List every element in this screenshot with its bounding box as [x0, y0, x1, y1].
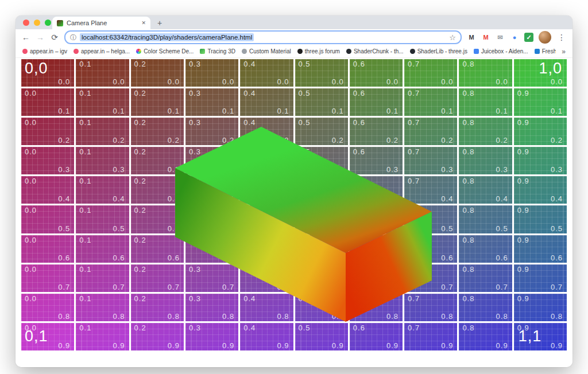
- mail-checker-icon[interactable]: ✉: [496, 33, 505, 42]
- url-text[interactable]: localhost:63342/tracing3D/play/shaders/c…: [80, 33, 254, 41]
- browser-menu-icon[interactable]: ⋮: [556, 33, 567, 42]
- bookmark-label: FreshBooks: [542, 48, 556, 54]
- bookmark-label: Tracing 3D: [207, 48, 235, 54]
- markdown-viewer-icon[interactable]: M: [467, 33, 476, 42]
- bookmark-label: Custom Material: [249, 48, 291, 54]
- desktop-background: Camera Plane ✕ + ← → ⟳ ⓘ localhost:63342…: [0, 0, 588, 374]
- bookmark-item[interactable]: appear.in – helga...: [74, 48, 130, 54]
- bookmark-item[interactable]: Color Scheme De...: [136, 48, 194, 54]
- close-window-button[interactable]: [23, 20, 29, 26]
- page-content: 0.00,00.10.00.20.00.30.00.40.00.50.00.60…: [16, 58, 572, 367]
- close-tab-icon[interactable]: ✕: [141, 20, 146, 26]
- juicebox-icon: [474, 49, 479, 54]
- forward-button[interactable]: →: [36, 33, 45, 42]
- bookmark-item[interactable]: ShaderChunk - th...: [346, 48, 404, 54]
- back-button[interactable]: ←: [21, 33, 30, 42]
- page-info-icon[interactable]: ⓘ: [70, 33, 76, 42]
- github-icon: [410, 49, 415, 54]
- color-wheel-icon: [136, 49, 141, 54]
- bookmark-item[interactable]: Custom Material: [242, 48, 291, 54]
- bookmark-item[interactable]: three.js forum: [297, 48, 340, 54]
- session-manager-icon[interactable]: ●: [510, 33, 519, 42]
- tab-strip: Camera Plane ✕ +: [16, 15, 572, 29]
- bookmark-item[interactable]: Tracing 3D: [200, 48, 235, 54]
- custom-material-icon: [242, 49, 247, 54]
- bookmark-label: ShaderChunk - th...: [354, 48, 404, 54]
- bookmark-label: appear.in – igv: [30, 48, 67, 54]
- bookmark-item[interactable]: ShaderLib - three.js: [410, 48, 467, 54]
- profile-avatar[interactable]: [539, 31, 551, 44]
- reload-button[interactable]: ⟳: [50, 33, 59, 42]
- tab-title: Camera Plane: [67, 20, 138, 26]
- bookmark-star-icon[interactable]: ☆: [449, 33, 456, 42]
- appearin-icon: [74, 49, 79, 54]
- bookmarks-bar: appear.in – igvappear.in – helga...Color…: [16, 45, 572, 58]
- bookmark-label: appear.in – helga...: [81, 48, 130, 54]
- browser-window: Camera Plane ✕ + ← → ⟳ ⓘ localhost:63342…: [16, 15, 572, 367]
- tab-camera-plane[interactable]: Camera Plane ✕: [52, 17, 150, 29]
- bookmarks-list: appear.in – igvappear.in – helga...Color…: [22, 48, 556, 54]
- tracing3d-icon: [200, 49, 205, 54]
- appearin-icon: [22, 49, 28, 54]
- toolbar: ← → ⟳ ⓘ localhost:63342/tracing3D/play/s…: [16, 29, 572, 45]
- window-controls: [23, 20, 51, 26]
- bookmarks-overflow-icon[interactable]: »: [562, 48, 566, 56]
- uv-box-3d: [21, 59, 567, 350]
- extension-icons: MM✉●✓: [467, 33, 533, 42]
- bookmark-item[interactable]: FreshBooks: [535, 48, 556, 54]
- url-bar[interactable]: ⓘ localhost:63342/tracing3D/play/shaders…: [64, 30, 462, 44]
- avast-shield-icon[interactable]: ✓: [524, 33, 533, 42]
- tab-favicon-icon: [57, 20, 63, 26]
- minimize-window-button[interactable]: [34, 20, 40, 26]
- freshbooks-icon: [535, 49, 540, 54]
- bookmark-label: three.js forum: [305, 48, 340, 54]
- bookmark-label: Juicebox - Aiden...: [481, 48, 528, 54]
- gmail-icon[interactable]: M: [481, 33, 490, 42]
- zoom-window-button[interactable]: [45, 20, 51, 26]
- webgl-canvas[interactable]: 0.00,00.10.00.20.00.30.00.40.00.50.00.60…: [21, 59, 567, 350]
- bookmark-item[interactable]: Juicebox - Aiden...: [474, 48, 528, 54]
- new-tab-button[interactable]: +: [150, 17, 169, 29]
- github-icon: [346, 49, 351, 54]
- bookmark-item[interactable]: appear.in – igv: [22, 48, 67, 54]
- threejs-forum-icon: [297, 49, 303, 54]
- bookmark-label: ShaderLib - three.js: [417, 48, 467, 54]
- bookmark-label: Color Scheme De...: [144, 48, 194, 54]
